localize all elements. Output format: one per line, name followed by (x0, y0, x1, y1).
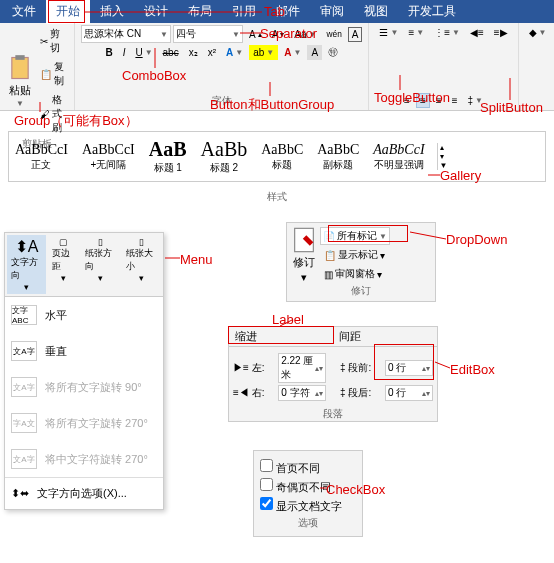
indent-right-editbox[interactable]: 0 字符▴▾ (278, 385, 326, 401)
multilevel-button[interactable]: ⋮≡▼ (430, 25, 464, 40)
tab-home[interactable]: 开始 (46, 0, 90, 24)
justify-button[interactable]: ≡ (448, 93, 462, 108)
paste-icon (6, 54, 34, 82)
numbering-button[interactable]: ≡▼ (404, 25, 428, 40)
ribbon-toolbar: 粘贴 ▼ ✂ 剪切 📋 复制 🖌 格式刷 剪贴板 思源宋体 CN▼ 四号▼ A▴… (0, 23, 554, 111)
style-item[interactable]: AaBbCcI正文 (13, 140, 70, 174)
paragraph-label: 段落 (229, 407, 437, 421)
revise-icon (290, 226, 318, 254)
menu-item: 文A字将中文字符旋转 270° (5, 441, 163, 477)
first-page-different-checkbox[interactable]: 首页不同 (260, 459, 356, 476)
font-color-button[interactable]: A▼ (280, 45, 305, 60)
char-shading-button[interactable]: A (307, 45, 322, 60)
font-family-combo[interactable]: 思源宋体 CN▼ (81, 25, 171, 43)
review-pane-button[interactable]: ▥ 审阅窗格▾ (320, 265, 390, 283)
spacing-before-editbox[interactable]: 0 行▴▾ (385, 360, 433, 376)
menu-item[interactable]: 文字ABC水平 (5, 297, 163, 333)
align-right-button[interactable]: ≡ (432, 93, 446, 108)
decrease-indent-button[interactable]: ◀≡ (466, 25, 488, 40)
highlight-button[interactable]: ab▼ (249, 45, 278, 60)
text-direction-menu: ⬍A文字方向▾ ▢页边距▾ ▯纸张方向▾ ▯纸张大小▾ 文字ABC水平文A字垂直… (4, 232, 164, 510)
group-paragraph: ☰▼ ≡▼ ⋮≡▼ ◀≡ ≡▶ ≡ ≡ ≡ ≡ ‡▼ (369, 23, 518, 110)
font-size-combo[interactable]: 四号▼ (173, 25, 243, 43)
group-clipboard: 粘贴 ▼ ✂ 剪切 📋 复制 🖌 格式刷 剪贴板 (0, 23, 75, 110)
style-item[interactable]: AaBbC标题 (259, 140, 305, 174)
orientation-button[interactable]: ▯纸张方向▾ (81, 235, 120, 294)
tab-design[interactable]: 设计 (134, 0, 178, 24)
show-marks-button[interactable]: 📋 显示标记▾ (320, 246, 390, 264)
options-label: 选项 (260, 516, 356, 530)
tab-references[interactable]: 引用 (222, 0, 266, 24)
style-item[interactable]: AaB标题 1 (147, 136, 189, 177)
subscript-button[interactable]: x₂ (185, 45, 202, 60)
show-doc-text-checkbox[interactable]: 显示文档文字 (260, 497, 356, 514)
line-spacing-button[interactable]: ‡▼ (463, 93, 486, 108)
shading-splitbutton[interactable]: ◆▼ (525, 25, 551, 40)
cut-button[interactable]: ✂ 剪切 (36, 25, 68, 57)
align-left-button[interactable]: ≡ (400, 93, 414, 108)
menu-item: 文A字将所有文字旋转 90° (5, 369, 163, 405)
tab-review[interactable]: 审阅 (310, 0, 354, 24)
phonetic-button[interactable]: wén (323, 27, 346, 41)
styles-label: 样式 (0, 190, 554, 204)
style-item[interactable]: AaBbCcI不明显强调 (371, 140, 426, 174)
paste-button[interactable]: 粘贴 (9, 83, 31, 98)
enclose-char-button[interactable]: ㊕ (324, 43, 342, 61)
revise-button[interactable]: 修订 (293, 255, 315, 270)
revise-label: 修订 (290, 284, 432, 298)
shrink-font-button[interactable]: A▾ (268, 27, 289, 42)
italic-button[interactable]: I (119, 45, 130, 60)
text-direction-options[interactable]: ⬍⬌文字方向选项(X)... (5, 477, 163, 509)
indent-header: 缩进 (229, 327, 333, 346)
tab-file[interactable]: 文件 (2, 0, 46, 24)
bullets-button[interactable]: ☰▼ (375, 25, 402, 40)
underline-button[interactable]: U▼ (131, 45, 156, 60)
paper-size-button[interactable]: ▯纸张大小▾ (122, 235, 161, 294)
tab-insert[interactable]: 插入 (90, 0, 134, 24)
text-effects-button[interactable]: A▼ (222, 45, 247, 60)
strike-button[interactable]: abc (159, 45, 183, 60)
tab-devtools[interactable]: 开发工具 (398, 0, 466, 24)
menu-item: 字A文将所有文字旋转 270° (5, 405, 163, 441)
superscript-button[interactable]: x² (204, 45, 220, 60)
revise-group: 修订▾ 📄所有标记▼ 📋 显示标记▾ ▥ 审阅窗格▾ 修订 (286, 222, 436, 302)
grow-font-button[interactable]: A▴ (245, 27, 266, 42)
svg-rect-1 (15, 55, 24, 60)
align-center-button[interactable]: ≡ (416, 93, 430, 108)
styles-gallery[interactable]: AaBbCcI正文AaBbCcI+无间隔AaB标题 1AaBb标题 2AaBbC… (8, 131, 546, 182)
all-marks-dropdown[interactable]: 📄所有标记▼ (320, 227, 390, 245)
menu-item[interactable]: 文A字垂直 (5, 333, 163, 369)
group-font: 思源宋体 CN▼ 四号▼ A▴ A▾ Aa▼ wén A B I U▼ abc … (75, 23, 369, 110)
spacing-after-editbox[interactable]: 0 行▴▾ (385, 385, 433, 401)
format-brush-button[interactable]: 🖌 格式刷 (36, 91, 68, 137)
group-split: ◆▼ ▦▼ (519, 23, 554, 110)
text-direction-button[interactable]: ⬍A文字方向▾ (7, 235, 46, 294)
increase-indent-button[interactable]: ≡▶ (490, 25, 512, 40)
indent-left-editbox[interactable]: 2.22 厘米▴▾ (278, 353, 326, 383)
bold-button[interactable]: B (101, 45, 116, 60)
change-case-button[interactable]: Aa▼ (290, 27, 320, 42)
tab-layout[interactable]: 布局 (178, 0, 222, 24)
odd-even-different-checkbox[interactable]: 奇偶页不同 (260, 478, 356, 495)
style-item[interactable]: AaBbC副标题 (315, 140, 361, 174)
font-label: 字体 (212, 94, 232, 108)
ribbon-tabs: 文件 开始 插入 设计 布局 引用 邮件 审阅 视图 开发工具 (0, 0, 554, 23)
tab-mail[interactable]: 邮件 (266, 0, 310, 24)
tab-view[interactable]: 视图 (354, 0, 398, 24)
svg-rect-0 (12, 58, 28, 79)
style-item[interactable]: AaBbCcI+无间隔 (80, 140, 137, 174)
style-item[interactable]: AaBb标题 2 (199, 136, 250, 177)
char-border-button[interactable]: A (348, 27, 363, 42)
spacing-header: 间距 (333, 327, 437, 346)
copy-button[interactable]: 📋 复制 (36, 58, 68, 90)
margins-button[interactable]: ▢页边距▾ (48, 235, 79, 294)
indent-spacing-group: 缩进 间距 ▶≡ 左:2.22 厘米▴▾ ‡ 段前:0 行▴▾ ≡◀ 右:0 字… (228, 326, 438, 422)
options-group: 首页不同 奇偶页不同 显示文档文字 选项 (253, 450, 363, 537)
